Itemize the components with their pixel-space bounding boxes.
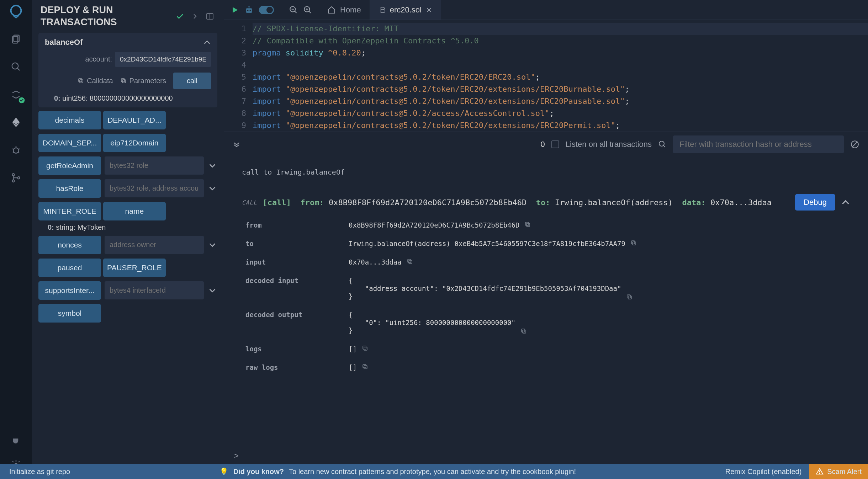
tab-erc20[interactable]: erc20.sol: [370, 0, 441, 20]
copy-icon[interactable]: [362, 363, 368, 370]
svg-point-14: [17, 177, 20, 179]
search-icon[interactable]: [9, 60, 23, 74]
call-button[interactable]: call: [173, 73, 211, 89]
listen-label: Listen on all transactions: [566, 140, 652, 149]
fn-nonces-input[interactable]: [105, 236, 204, 254]
svg-rect-19: [79, 79, 82, 82]
fn-domain-separator[interactable]: DOMAIN_SEP...: [38, 134, 101, 152]
copy-parameters-button[interactable]: Parameters: [120, 77, 166, 85]
copy-icon[interactable]: [524, 221, 531, 228]
expand-icon[interactable]: [207, 185, 217, 192]
remix-logo-icon[interactable]: [9, 4, 23, 18]
collapse-icon[interactable]: [203, 38, 211, 46]
fn-eip712domain[interactable]: eip712Domain: [103, 134, 166, 152]
expand-icon[interactable]: [207, 162, 217, 170]
svg-line-37: [663, 145, 665, 147]
code-editor[interactable]: 123456789 // SPDX-License-Identifier: MI…: [224, 20, 868, 132]
copy-icon[interactable]: [630, 240, 637, 246]
tx-collapse-icon[interactable]: [841, 198, 850, 207]
terminal-filter-input[interactable]: [673, 135, 844, 153]
fn-getroleadmin[interactable]: getRoleAdmin: [38, 156, 101, 175]
listen-checkbox[interactable]: [551, 140, 559, 148]
zoom-in-icon[interactable]: [303, 5, 312, 15]
expand-icon[interactable]: [207, 287, 217, 294]
panel-chevron-icon[interactable]: [190, 11, 200, 22]
expand-icon[interactable]: [207, 241, 217, 249]
files-icon[interactable]: [9, 32, 23, 46]
fn-nonces[interactable]: nonces: [38, 236, 101, 254]
zoom-out-icon[interactable]: [289, 5, 298, 15]
fn-supportsinterface-input[interactable]: [105, 281, 204, 299]
svg-rect-50: [364, 347, 367, 350]
debug-button[interactable]: Debug: [795, 194, 835, 211]
close-tab-icon[interactable]: [426, 7, 432, 13]
git-icon[interactable]: [9, 171, 23, 185]
svg-point-24: [250, 10, 251, 11]
fn-supportsinterface[interactable]: supportsInter...: [38, 281, 101, 300]
scam-alert-button[interactable]: Scam Alert: [809, 464, 868, 479]
fn-hasrole-input[interactable]: [105, 179, 204, 197]
svg-point-55: [819, 473, 820, 474]
svg-rect-20: [122, 80, 126, 83]
svg-point-3: [12, 63, 18, 69]
toggle-switch[interactable]: [259, 6, 274, 14]
terminal-search-icon[interactable]: [658, 140, 667, 149]
svg-rect-48: [523, 330, 526, 333]
icon-sidebar: [0, 0, 32, 479]
copy-icon[interactable]: [407, 258, 413, 265]
tx-details: from0x8B98F8Ff69d2A720120eD6C71A9Bc5072b…: [245, 221, 850, 371]
fn-hasrole[interactable]: hasRole: [38, 179, 101, 198]
svg-rect-42: [633, 242, 636, 245]
copy-calldata-button[interactable]: Calldata: [78, 77, 113, 85]
svg-rect-22: [246, 8, 252, 13]
copilot-status[interactable]: Remix Copilot (enabled): [725, 468, 802, 476]
copy-icon[interactable]: [520, 328, 527, 334]
deploy-icon[interactable]: [9, 115, 23, 129]
svg-rect-53: [363, 364, 366, 368]
svg-rect-18: [80, 80, 83, 83]
panel-header: DEPLOY & RUN TRANSACTIONS: [32, 0, 224, 33]
did-you-know-label: Did you know?: [233, 468, 284, 476]
svg-point-23: [247, 10, 249, 11]
fn-minter-role[interactable]: MINTER_ROLE: [38, 202, 101, 220]
fn-pauser-role[interactable]: PAUSER_ROLE: [103, 259, 166, 277]
clear-terminal-icon[interactable]: [850, 140, 859, 149]
svg-rect-21: [121, 79, 125, 82]
fn-balanceof-title: balanceOf: [45, 38, 83, 47]
compiler-icon[interactable]: [9, 87, 23, 102]
fn-decimals[interactable]: decimals: [38, 111, 101, 129]
svg-rect-46: [628, 296, 631, 299]
tab-home[interactable]: Home: [319, 0, 370, 20]
tip-text: To learn new contract patterns and proto…: [289, 468, 576, 476]
svg-line-31: [309, 11, 311, 13]
play-icon[interactable]: [231, 6, 239, 14]
copy-icon[interactable]: [362, 345, 368, 351]
svg-point-13: [12, 180, 14, 182]
plugin-icon[interactable]: [9, 433, 23, 447]
panel-layout-icon[interactable]: [205, 11, 215, 22]
svg-line-28: [295, 11, 296, 13]
fn-default-admin[interactable]: DEFAULT_AD...: [103, 111, 166, 129]
copy-icon[interactable]: [626, 294, 633, 300]
fn-name[interactable]: name: [103, 202, 166, 220]
terminal-body[interactable]: call to Irwing.balanceOf CALL [call] fro…: [224, 157, 868, 451]
fn-getroleadmin-input[interactable]: [105, 156, 204, 175]
bulb-icon: 💡: [219, 467, 228, 476]
call-line: call to Irwing.balanceOf: [242, 168, 850, 176]
terminal-bar: 0 Listen on all transactions: [224, 132, 868, 157]
debugger-icon[interactable]: [9, 143, 23, 157]
editor-toolbar: Home erc20.sol: [224, 0, 868, 20]
git-init-button[interactable]: Initialize as git repo: [9, 468, 70, 476]
call-badge: CALL: [242, 199, 257, 206]
fn-paused[interactable]: paused: [38, 259, 101, 277]
param-account-input[interactable]: [115, 52, 211, 67]
svg-point-26: [248, 5, 250, 7]
svg-rect-49: [522, 329, 525, 332]
svg-rect-51: [363, 346, 366, 349]
terminal-prompt[interactable]: >: [224, 451, 868, 464]
collapse-terminal-icon[interactable]: [233, 140, 240, 148]
robot-icon[interactable]: [244, 5, 254, 15]
fn-symbol[interactable]: symbol: [38, 304, 101, 323]
tx-count: 0: [541, 140, 545, 149]
main-area: Home erc20.sol 123456789 // SPDX-License…: [224, 0, 868, 479]
